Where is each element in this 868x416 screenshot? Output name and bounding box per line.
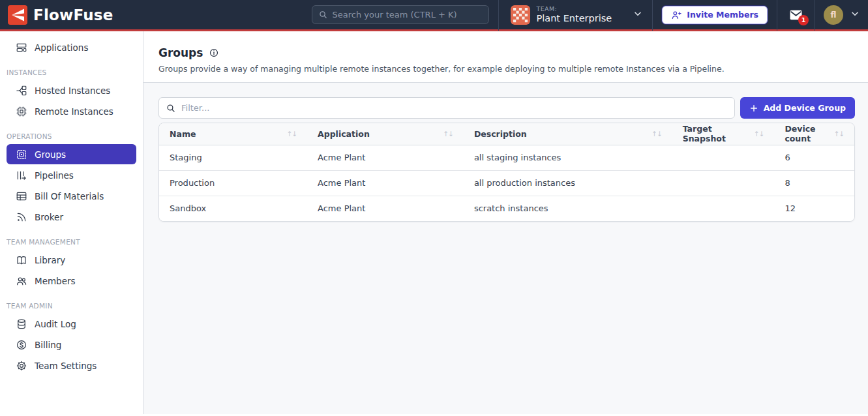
brand-logo[interactable]: FlowFuse (0, 5, 215, 25)
sidebar-item-label: Team Settings (35, 361, 97, 371)
page-title: Groups (158, 46, 203, 59)
sidebar-section-header: TEAM MANAGEMENT (7, 238, 136, 246)
cell-target-snapshot (672, 145, 775, 170)
filter-input[interactable] (181, 103, 728, 113)
user-plus-icon (671, 10, 681, 20)
invite-members-label: Invite Members (687, 10, 758, 20)
invite-members-button[interactable]: Invite Members (662, 6, 768, 24)
sidebar-item-remote-instances[interactable]: Remote Instances (7, 101, 136, 121)
sidebar-item-pipelines[interactable]: Pipelines (7, 165, 136, 185)
table-row-staging[interactable]: StagingAcme Plantall staging instances6 (159, 145, 854, 170)
toolbar: Add Device Group (158, 97, 855, 119)
library-icon (16, 254, 27, 266)
sidebar-item-label: Pipelines (35, 170, 74, 181)
column-header-description[interactable]: Description↑↓ (464, 123, 672, 145)
sort-icon: ↑↓ (286, 130, 297, 138)
sidebar-item-audit-log[interactable]: Audit Log (7, 314, 136, 334)
cell-application: Acme Plant (307, 145, 464, 170)
sidebar-item-label: Members (35, 276, 76, 286)
cell-name: Staging (159, 145, 307, 170)
column-header-name[interactable]: Name↑↓ (159, 123, 307, 145)
sidebar-section-header: TEAM ADMIN (7, 302, 136, 310)
sidebar-item-library[interactable]: Library (7, 250, 136, 270)
topbar: FlowFuse TEAM: Plant En (0, 0, 868, 31)
groups-table: Name↑↓Application↑↓Description↑↓Target S… (159, 123, 854, 221)
flowfuse-logo-icon (8, 5, 27, 25)
notifications-button[interactable]: 1 (777, 0, 815, 31)
team-avatar (511, 5, 530, 25)
sidebar-item-billing[interactable]: Billing (7, 334, 136, 355)
cell-device-count: 12 (774, 196, 854, 221)
sidebar-item-label: Library (35, 255, 65, 265)
cell-device-count: 8 (774, 170, 854, 196)
applications-icon (16, 42, 27, 53)
info-icon[interactable] (209, 48, 219, 58)
plus-icon (749, 104, 758, 113)
sidebar-item-groups[interactable]: Groups (7, 144, 136, 164)
cell-name: Production (159, 170, 307, 196)
notification-badge: 1 (798, 15, 809, 25)
column-label: Target Snapshot (683, 124, 750, 143)
sidebar-item-label: Remote Instances (35, 106, 113, 117)
bill-of-materials-icon (16, 190, 27, 202)
sort-icon: ↑↓ (833, 130, 844, 138)
title-row: Groups (158, 46, 855, 59)
cell-description: all production instances (464, 170, 672, 196)
filter-box (158, 97, 735, 119)
team-selector[interactable]: TEAM: Plant Enterprise (499, 0, 653, 31)
groups-icon (16, 149, 27, 160)
user-menu[interactable]: fl (815, 0, 868, 31)
cell-name: Sandbox (159, 196, 307, 221)
broker-icon (16, 211, 27, 223)
column-label: Application (318, 129, 370, 139)
main-area: Groups Groups provide a way of managing … (143, 31, 868, 414)
sidebar-item-bill-of-materials[interactable]: Bill Of Materials (7, 186, 136, 206)
audit-log-icon (16, 318, 27, 330)
team-name: Plant Enterprise (537, 13, 612, 24)
sidebar-item-label: Broker (35, 212, 63, 222)
add-device-group-label: Add Device Group (764, 103, 846, 113)
sort-icon: ↑↓ (443, 130, 453, 138)
sort-icon: ↑↓ (651, 130, 662, 138)
table-row-production[interactable]: ProductionAcme Plantall production insta… (159, 170, 854, 196)
column-label: Device count (785, 124, 830, 143)
sidebar-item-label: Hosted Instances (35, 85, 110, 96)
team-search-box (312, 5, 489, 24)
cell-description: scratch instances (464, 196, 672, 221)
cell-description: all staging instances (464, 145, 672, 170)
column-header-target-snapshot[interactable]: Target Snapshot↑↓ (672, 123, 775, 145)
page-header: Groups Groups provide a way of managing … (143, 31, 868, 83)
column-label: Name (170, 129, 196, 139)
cell-device-count: 6 (774, 145, 854, 170)
table-header-row: Name↑↓Application↑↓Description↑↓Target S… (159, 123, 854, 145)
sidebar-item-broker[interactable]: Broker (7, 207, 136, 227)
table-row-sandbox[interactable]: SandboxAcme Plantscratch instances12 (159, 196, 854, 221)
column-label: Description (474, 129, 527, 139)
cell-target-snapshot (672, 196, 775, 221)
app-shell: ApplicationsINSTANCESHosted InstancesRem… (0, 31, 868, 414)
column-header-device-count[interactable]: Device count↑↓ (774, 123, 854, 145)
pipelines-icon (16, 170, 27, 181)
sidebar-section-header: INSTANCES (7, 68, 136, 76)
column-header-application[interactable]: Application↑↓ (307, 123, 464, 145)
add-device-group-button[interactable]: Add Device Group (740, 97, 855, 119)
page-description: Groups provide a way of managing multipl… (158, 64, 855, 74)
cell-target-snapshot (672, 170, 775, 196)
sidebar-item-label: Audit Log (35, 319, 76, 329)
search-icon (318, 10, 328, 20)
sidebar-section-header: OPERATIONS (7, 132, 136, 140)
team-search-input[interactable] (333, 10, 483, 20)
chevron-down-icon (633, 8, 643, 21)
groups-table-card: Name↑↓Application↑↓Description↑↓Target S… (158, 123, 855, 222)
sidebar-item-label: Billing (35, 340, 61, 350)
sidebar-item-applications[interactable]: Applications (7, 37, 136, 57)
billing-icon (16, 339, 27, 351)
team-meta: TEAM: Plant Enterprise (537, 6, 612, 24)
chevron-down-icon (850, 8, 860, 21)
user-avatar: fl (824, 5, 843, 25)
sidebar-item-team-settings[interactable]: Team Settings (7, 355, 136, 376)
members-icon (16, 275, 27, 287)
cell-application: Acme Plant (307, 196, 464, 221)
sidebar-item-hosted-instances[interactable]: Hosted Instances (7, 80, 136, 100)
sidebar-item-members[interactable]: Members (7, 271, 136, 291)
